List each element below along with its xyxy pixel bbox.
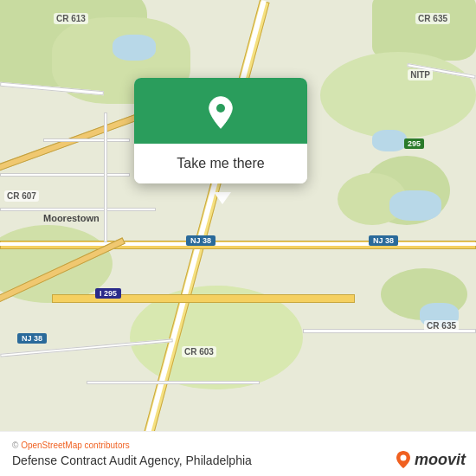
nj295-label: 295 [404,138,424,149]
copyright-symbol: © [12,441,21,450]
water-area [113,35,156,61]
local-road-7 [87,381,260,384]
local-road-5 [104,113,107,242]
moovit-pin-icon [396,450,411,469]
location-title: Defense Contract Audit Agency, Philadelp… [12,453,252,467]
attribution: © OpenStreetMap contributors [12,441,464,450]
local-road-2 [43,138,130,142]
nj38-shield-1: NJ 38 [186,235,215,246]
cr635b-label: CR 635 [424,320,459,331]
moovit-logo: moovit [396,450,466,469]
local-road-3 [0,173,130,177]
nj38-left-shield: NJ 38 [17,333,47,344]
popup-header [134,78,307,144]
nj38-shield-2: NJ 38 [369,235,398,246]
location-pin-icon [203,95,238,130]
water-area [372,130,407,151]
osm-link: OpenStreetMap contributors [21,441,130,450]
cr607-label: CR 607 [4,190,39,202]
i295-shield: I 295 [95,288,121,299]
cr603-label: CR 603 [182,346,216,357]
svg-point-1 [400,455,406,461]
nitp-label: NITP [408,69,433,80]
bottom-bar: © OpenStreetMap contributors Defense Con… [0,431,476,476]
local-road-4 [0,208,156,211]
green-area [320,52,476,138]
take-me-there-button[interactable]: Take me there [134,144,307,183]
svg-point-0 [216,104,225,113]
cr635-label: CR 635 [415,13,450,24]
moorestown-label: Moorestown [43,213,100,223]
cr613-label: CR 613 [54,13,88,24]
map-container: CR 613 CR 635 295 NITP NJ 38 NJ 38 I 295… [0,0,476,476]
popup-pointer [214,192,231,204]
nj38-road-center [0,242,476,246]
popup-card: Take me there [134,78,307,183]
water-area [389,190,441,221]
moovit-text: moovit [415,451,466,469]
